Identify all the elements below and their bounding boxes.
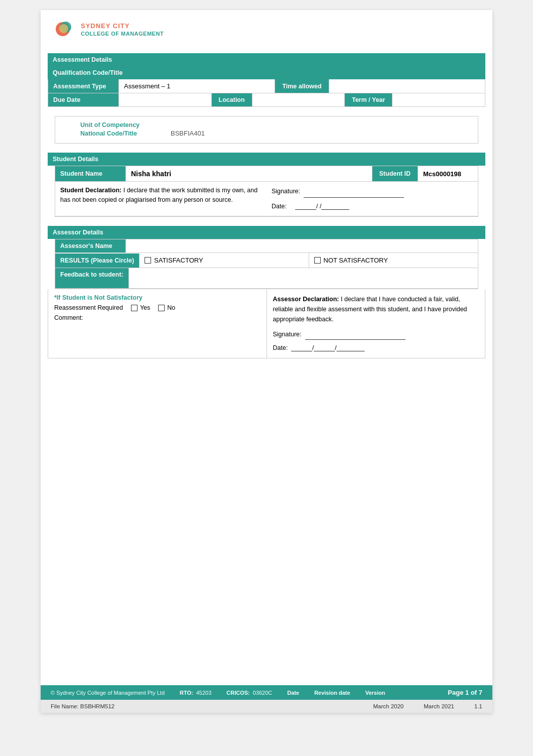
assessor-name-row: Assessor's Name — [55, 239, 478, 253]
location-value — [252, 93, 345, 106]
assessors-name-label: Assessor's Name — [55, 239, 125, 253]
student-details-header: Student Details — [48, 153, 485, 166]
not-satisfactory-checkbox[interactable] — [314, 257, 321, 264]
student-id-value: Mcs0000198 — [418, 166, 478, 181]
feedback-row: Feedback to student: — [55, 268, 478, 289]
assessor-declaration-cell: Assessor Declaration: I declare that I h… — [267, 289, 485, 358]
yes-checkbox[interactable] — [131, 305, 138, 311]
header: SYDNEY CITY COLLEGE OF MANAGEMENT — [41, 10, 492, 53]
footer-bottom-right: March 2020 March 2021 1.1 — [373, 703, 482, 709]
footer-revision-label: Revision date — [314, 690, 350, 696]
signature-line — [304, 186, 404, 198]
assessment-type-label: Assessment Type — [48, 79, 118, 93]
assessor-details-header: Assessor Details — [48, 226, 485, 239]
national-code-value: BSBFIA401 — [171, 130, 205, 137]
footer-date-value: March 2020 — [373, 703, 404, 709]
yes-label: Yes — [140, 304, 150, 311]
student-name-label: Student Name — [55, 166, 125, 181]
satisfactory-option: SATISFACTORY — [139, 253, 308, 268]
assessors-name-value — [125, 239, 478, 253]
footer-cricos: CRICOS: 03620C — [226, 690, 272, 696]
footer-rto: RTO: 45203 — [180, 690, 211, 696]
footer-date-label: Date — [287, 690, 299, 696]
satisfactory-label: SATISFACTORY — [154, 257, 203, 264]
time-allowed-label: Time allowed — [275, 79, 328, 93]
uoc-inner: Unit of Competency National Code/Title B… — [55, 116, 478, 143]
student-signature-date: Signature: Date: ______/ /________ — [272, 186, 473, 212]
footer-rto-value: 45203 — [196, 690, 212, 696]
assessor-details-section: Assessor Details Assessor's Name RESULTS… — [48, 226, 485, 289]
svg-point-2 — [59, 24, 68, 33]
term-year-value — [392, 93, 485, 106]
logo-text: SYDNEY CITY COLLEGE OF MANAGEMENT — [81, 22, 164, 37]
results-label: RESULTS (Please Circle) — [55, 254, 139, 268]
logo-icon — [53, 19, 77, 39]
footer-version-value: 1.1 — [474, 703, 482, 709]
uoc-title-row: Unit of Competency — [80, 121, 468, 129]
feedback-value — [128, 268, 478, 288]
time-allowed-value — [329, 79, 485, 93]
footer-cricos-label: CRICOS: — [226, 690, 249, 696]
student-block: Student Name Nisha khatri Student ID Mcs… — [55, 166, 478, 217]
qualification-header: Qualification Code/Title — [48, 66, 485, 79]
uoc-block: Unit of Competency National Code/Title B… — [55, 116, 478, 144]
assessor-sig-line — [305, 329, 406, 340]
logo-area: SYDNEY CITY COLLEGE OF MANAGEMENT — [53, 19, 480, 39]
footer-bottom-bar: File Name: BSBHRM512 March 2020 March 20… — [41, 700, 492, 713]
not-satisfactory-label: NOT SATISFACTORY — [324, 257, 388, 264]
assessor-declaration-label: Assessor Declaration: — [273, 296, 339, 303]
uoc-section: Unit of Competency National Code/Title B… — [48, 116, 485, 144]
bottom-section: *If Student is Not Satisfactory Reassess… — [48, 289, 485, 358]
student-name-row: Student Name Nisha khatri Student ID Mcs… — [55, 166, 478, 182]
comment-label: Comment: — [54, 314, 260, 321]
bottom-row: *If Student is Not Satisfactory Reassess… — [48, 289, 485, 358]
signature-label: Signature: — [272, 188, 300, 195]
location-label: Location — [211, 93, 252, 106]
assessment-type-value: Assessment – 1 — [118, 79, 275, 93]
due-date-label: Due Date — [48, 93, 118, 106]
footer-revision-value: March 2021 — [424, 703, 454, 709]
footer-version-col: Version — [365, 690, 385, 696]
not-satisfactory-option: NOT SATISFACTORY — [309, 253, 478, 268]
satisfactory-checkbox[interactable] — [145, 257, 151, 264]
no-option: No — [158, 304, 175, 311]
uoc-title-label: Unit of Competency — [80, 121, 161, 129]
footer-copyright: © Sydney City College of Management Pty … — [51, 690, 165, 696]
assessor-sig-label: Signature: — [273, 331, 302, 338]
page: SYDNEY CITY COLLEGE OF MANAGEMENT Assess… — [41, 10, 492, 713]
footer-version-label: Version — [365, 690, 385, 696]
assessor-date-label: Date: — [273, 344, 288, 351]
student-id-label: Student ID — [372, 166, 418, 181]
type-time-row: Assessment Type Assessment – 1 Time allo… — [48, 79, 485, 93]
assessor-block: Assessor's Name RESULTS (Please Circle) … — [55, 239, 478, 289]
assessment-details-header: Assessment Details — [48, 53, 485, 66]
feedback-label: Feedback to student: — [55, 268, 128, 288]
due-date-value — [118, 93, 211, 106]
footer-cricos-value: 03620C — [253, 690, 273, 696]
footer: © Sydney City College of Management Pty … — [41, 685, 492, 713]
footer-rto-label: RTO: — [180, 690, 193, 696]
yes-option: Yes — [131, 304, 150, 311]
student-details-section: Student Details Student Name Nisha khatr… — [48, 153, 485, 217]
footer-filename: File Name: BSBHRM512 — [51, 703, 114, 709]
assessor-date-value: ______/______/________ — [290, 344, 364, 351]
date-value: ______/ /________ — [295, 203, 349, 210]
no-checkbox[interactable] — [158, 305, 165, 311]
student-name-value: Nisha khatri — [125, 166, 372, 181]
term-year-label: Term / Year — [344, 93, 392, 106]
declaration-row: Student Declaration: I declare that the … — [55, 182, 478, 216]
date-label: Date: — [272, 203, 287, 210]
assessment-details-section: Assessment Details Qualification Code/Ti… — [48, 53, 485, 107]
reassessment-label: Reassessment Required — [54, 304, 123, 311]
results-row: RESULTS (Please Circle) SATISFACTORY NOT… — [55, 253, 478, 268]
footer-revision-col: Revision date — [314, 690, 350, 696]
due-location-term-row: Due Date Location Term / Year — [48, 93, 485, 106]
not-satisfactory-cell: *If Student is Not Satisfactory Reassess… — [48, 289, 267, 358]
not-sat-label: *If Student is Not Satisfactory — [54, 294, 260, 301]
footer-top-bar: © Sydney City College of Management Pty … — [41, 685, 492, 700]
national-code-label: National Code/Title — [80, 130, 161, 137]
footer-date-col: Date — [287, 690, 299, 696]
student-declaration-text: Student Declaration: I declare that the … — [60, 186, 261, 212]
footer-page: Page 1 of 7 — [448, 689, 482, 696]
uoc-code-row: National Code/Title BSBFIA401 — [80, 130, 468, 137]
